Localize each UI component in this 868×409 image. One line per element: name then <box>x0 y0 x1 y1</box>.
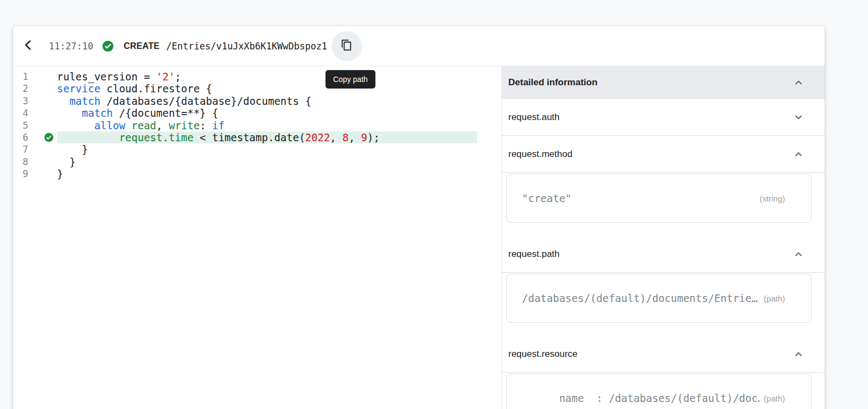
back-button[interactable] <box>15 33 41 59</box>
code-line-text: } <box>57 156 501 168</box>
line-number-gutter: 9 <box>13 168 57 180</box>
section-label: request.resource <box>508 349 578 360</box>
chevron-up-icon <box>792 76 805 89</box>
section-header-request-path[interactable]: request.path <box>502 236 825 273</box>
line-number: 8 <box>13 156 28 168</box>
code-line-text: rules_version = '2'; <box>57 71 501 83</box>
line-number: 2 <box>13 83 28 95</box>
value-text: /databases/(default)/documents/Entrie… <box>522 292 758 304</box>
line-number: 6 <box>13 131 28 143</box>
chevron-up-icon <box>792 148 805 161</box>
line-number-gutter: 6 <box>13 131 57 143</box>
line-number: 4 <box>13 107 28 119</box>
code-line-text: } <box>57 168 501 180</box>
line-number: 3 <box>13 95 28 107</box>
value-type-label: (string) <box>755 194 785 203</box>
value-text: __name__: /databases/(default)/doc… <box>522 392 760 404</box>
line-number-gutter: 4 <box>13 107 57 119</box>
chevron-up-icon <box>792 248 805 261</box>
rule-allowed-check-icon <box>44 133 54 142</box>
line-number-gutter: 7 <box>13 143 57 155</box>
line-number: 5 <box>13 119 28 131</box>
code-line-3: 3 match /databases/{database}/documents … <box>13 95 501 107</box>
code-line-2: 2service cloud.firestore { <box>13 83 501 95</box>
request-method-label: CREATE <box>124 41 159 51</box>
section-label: request.auth <box>508 112 560 123</box>
code-line-1: 1rules_version = '2'; <box>13 71 501 83</box>
line-number: 1 <box>13 71 28 83</box>
line-number-gutter: 1 <box>13 71 57 83</box>
value-card-request-path: /databases/(default)/documents/Entrie…(p… <box>506 274 812 323</box>
code-line-5: 5 allow read, write: if <box>13 119 501 131</box>
section-label: request.method <box>508 149 572 160</box>
code-line-text: request.time < timestamp.date(2022, 8, 9… <box>57 131 477 143</box>
code-line-9: 9} <box>13 168 501 180</box>
arrow-back-icon <box>21 38 35 54</box>
rules-code-editor[interactable]: 1rules_version = '2';2service cloud.fire… <box>13 66 501 409</box>
copy-icon <box>341 39 353 53</box>
evaluation-body: 1rules_version = '2';2service cloud.fire… <box>13 66 825 409</box>
value-text: "create" <box>522 192 572 204</box>
copy-path-button[interactable] <box>331 31 362 61</box>
line-number-gutter: 5 <box>13 119 57 131</box>
code-line-text: } <box>57 143 501 155</box>
evaluation-timestamp: 11:27:10 <box>49 41 93 52</box>
value-card-request-method: "create"(string) <box>506 174 812 223</box>
code-lines: 1rules_version = '2';2service cloud.fire… <box>13 71 501 180</box>
code-line-4: 4 match /{document=**} { <box>13 107 501 119</box>
value-type-label: (path) <box>760 294 785 303</box>
chevron-down-icon <box>792 111 805 124</box>
value-type-label: (path) <box>760 394 785 403</box>
code-line-text: match /databases/{database}/documents { <box>57 95 501 107</box>
details-sections: request.authrequest.method"create"(strin… <box>502 99 825 409</box>
line-number: 9 <box>13 168 28 180</box>
code-line-text: allow read, write: if <box>57 119 501 131</box>
code-line-6: 6 request.time < timestamp.date(2022, 8,… <box>13 131 501 143</box>
detailed-information-header[interactable]: Detailed information <box>502 66 825 99</box>
section-header-request-auth[interactable]: request.auth <box>502 99 825 136</box>
rules-evaluation-card: 11:27:10 CREATE /Entries/v1uJxXb6K1KWwDb… <box>13 26 825 409</box>
details-panel: Detailed information request.authrequest… <box>501 66 825 409</box>
line-number: 7 <box>13 143 28 155</box>
code-line-text: service cloud.firestore { <box>57 83 501 95</box>
section-header-request-method[interactable]: request.method <box>502 136 825 173</box>
code-line-7: 7 } <box>13 143 501 155</box>
line-number-gutter: 3 <box>13 95 57 107</box>
section-label: request.path <box>508 249 560 260</box>
copy-path-tooltip: Copy path <box>326 70 375 89</box>
evaluation-header: 11:27:10 CREATE /Entries/v1uJxXb6K1KWwDb… <box>13 26 825 66</box>
section-header-request-resource[interactable]: request.resource <box>502 336 825 373</box>
rules-playground-page: 11:27:10 CREATE /Entries/v1uJxXb6K1KWwDb… <box>0 0 868 409</box>
value-card-request-resource: __name__: /databases/(default)/doc…(path… <box>506 374 812 409</box>
chevron-up-icon <box>792 348 805 361</box>
allow-check-circle-icon <box>102 40 114 52</box>
line-number-gutter: 2 <box>13 83 57 95</box>
detailed-information-title: Detailed information <box>508 77 597 88</box>
code-line-text: match /{document=**} { <box>57 107 501 119</box>
line-number-gutter: 8 <box>13 156 57 168</box>
code-line-8: 8 } <box>13 156 501 168</box>
request-path-text: /Entries/v1uJxXb6K1KWwDbspoz1 <box>166 41 327 52</box>
